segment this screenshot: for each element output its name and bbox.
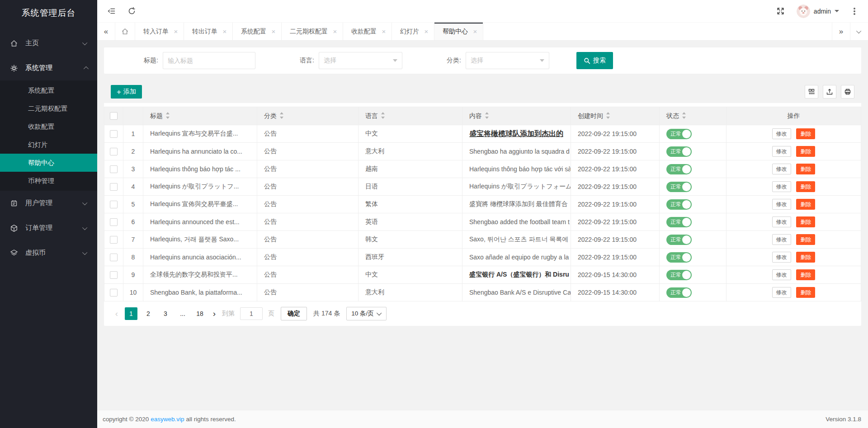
status-toggle[interactable]: 正常 xyxy=(666,252,692,263)
refresh-icon[interactable] xyxy=(127,7,136,15)
row-checkbox[interactable] xyxy=(110,183,118,191)
edit-button[interactable]: 修改 xyxy=(772,181,791,192)
close-icon[interactable] xyxy=(381,28,387,35)
delete-button[interactable]: 删除 xyxy=(796,164,815,174)
delete-button[interactable]: 删除 xyxy=(796,234,815,245)
page-number[interactable]: 2 xyxy=(142,307,155,320)
sidebar-item-crypto[interactable]: 虚拟币 xyxy=(0,240,97,265)
search-button[interactable]: 搜索 xyxy=(576,52,613,69)
export-button[interactable] xyxy=(823,85,836,99)
sidebar-item-orders[interactable]: 订单管理 xyxy=(0,216,97,240)
page-number[interactable]: 3 xyxy=(159,307,172,320)
sort-icon[interactable] xyxy=(682,112,686,119)
page-jump-input[interactable] xyxy=(240,307,263,320)
tab-home[interactable] xyxy=(115,23,135,40)
tabs-scroll-right[interactable] xyxy=(832,23,850,40)
delete-button[interactable]: 删除 xyxy=(796,269,815,280)
add-button[interactable]: 添加 xyxy=(111,85,142,99)
edit-button[interactable]: 修改 xyxy=(772,287,791,298)
select-all-checkbox[interactable] xyxy=(110,112,118,120)
menu-collapse-icon[interactable] xyxy=(107,7,116,15)
delete-button[interactable]: 删除 xyxy=(796,287,815,298)
title-filter-input[interactable] xyxy=(163,52,255,69)
status-toggle[interactable]: 正常 xyxy=(666,146,692,157)
jump-confirm-button[interactable]: 确定 xyxy=(281,307,307,320)
status-toggle[interactable]: 正常 xyxy=(666,235,692,245)
language-filter-select[interactable]: 选择 xyxy=(319,52,402,69)
tab[interactable]: 幻灯片 xyxy=(392,23,434,40)
status-toggle[interactable]: 正常 xyxy=(666,164,692,174)
sidebar-subitem[interactable]: 收款配置 xyxy=(0,118,97,136)
user-menu[interactable]: admin xyxy=(797,5,839,18)
sidebar-subitem[interactable]: 幻灯片 xyxy=(0,136,97,154)
delete-button[interactable]: 删除 xyxy=(796,146,815,157)
row-checkbox[interactable] xyxy=(110,218,118,226)
tab[interactable]: 帮助中心 xyxy=(434,23,483,40)
delete-button[interactable]: 删除 xyxy=(796,181,815,192)
row-checkbox[interactable] xyxy=(110,289,118,296)
columns-toggle-button[interactable] xyxy=(805,85,818,99)
status-toggle[interactable]: 正常 xyxy=(666,287,692,298)
tab[interactable]: 转出订单 xyxy=(184,23,233,40)
edit-button[interactable]: 修改 xyxy=(772,128,791,139)
sort-icon[interactable] xyxy=(485,112,489,119)
sidebar-subitem[interactable]: 币种管理 xyxy=(0,172,97,190)
edit-button[interactable]: 修改 xyxy=(772,234,791,245)
delete-button[interactable]: 删除 xyxy=(796,252,815,263)
kebab-menu-icon[interactable] xyxy=(854,10,855,12)
next-page-button[interactable] xyxy=(208,307,220,320)
row-checkbox[interactable] xyxy=(110,130,118,138)
print-button[interactable] xyxy=(841,85,854,99)
delete-button[interactable]: 删除 xyxy=(796,128,815,139)
close-icon[interactable] xyxy=(222,28,228,35)
edit-button[interactable]: 修改 xyxy=(772,269,791,280)
sort-icon[interactable] xyxy=(606,112,610,119)
status-toggle[interactable]: 正常 xyxy=(666,217,692,227)
row-checkbox[interactable] xyxy=(110,254,118,261)
status-toggle[interactable]: 正常 xyxy=(666,182,692,192)
sidebar-item-users[interactable]: 用户管理 xyxy=(0,191,97,216)
edit-button[interactable]: 修改 xyxy=(772,146,791,157)
edit-button[interactable]: 修改 xyxy=(772,199,791,210)
edit-button[interactable]: 修改 xyxy=(772,252,791,263)
sort-icon[interactable] xyxy=(280,112,284,119)
row-checkbox[interactable] xyxy=(110,201,118,208)
close-icon[interactable] xyxy=(423,28,429,35)
sort-icon[interactable] xyxy=(381,112,385,119)
delete-button[interactable]: 删除 xyxy=(796,216,815,227)
sidebar-subitem[interactable]: 帮助中心 xyxy=(0,154,97,172)
status-toggle[interactable]: 正常 xyxy=(666,270,692,280)
row-checkbox[interactable] xyxy=(110,165,118,173)
row-checkbox[interactable] xyxy=(110,148,118,155)
page-number[interactable]: 1 xyxy=(125,307,137,320)
copyright-link[interactable]: easyweb.vip xyxy=(151,416,184,423)
close-icon[interactable] xyxy=(472,28,478,35)
page-number[interactable]: ... xyxy=(176,307,189,320)
status-toggle[interactable]: 正常 xyxy=(666,199,692,210)
edit-button[interactable]: 修改 xyxy=(772,164,791,174)
tab[interactable]: 系统配置 xyxy=(233,23,282,40)
status-toggle[interactable]: 正常 xyxy=(666,129,692,139)
tabs-dropdown[interactable] xyxy=(850,23,868,40)
tab[interactable]: 收款配置 xyxy=(343,23,392,40)
sidebar-subitem[interactable]: 二元期权配置 xyxy=(0,99,97,118)
category-filter-select[interactable]: 选择 xyxy=(466,52,549,69)
close-icon[interactable] xyxy=(270,28,277,35)
page-size-select[interactable]: 10 条/页 xyxy=(346,307,387,320)
sidebar-item-home[interactable]: 主页 xyxy=(0,31,97,56)
edit-button[interactable]: 修改 xyxy=(772,216,791,227)
close-icon[interactable] xyxy=(173,28,179,35)
prev-page-button[interactable] xyxy=(111,307,123,320)
delete-button[interactable]: 删除 xyxy=(796,199,815,210)
fullscreen-icon[interactable] xyxy=(776,7,785,15)
sidebar-subitem[interactable]: 系统配置 xyxy=(0,81,97,99)
row-checkbox[interactable] xyxy=(110,271,118,279)
sort-icon[interactable] xyxy=(166,112,170,119)
tab[interactable]: 二元期权配置 xyxy=(282,23,343,40)
row-checkbox[interactable] xyxy=(110,236,118,244)
page-number[interactable]: 18 xyxy=(193,307,206,320)
sidebar-item-system[interactable]: 系统管理 xyxy=(0,56,97,80)
tabs-scroll-left[interactable] xyxy=(97,23,115,40)
tab[interactable]: 转入订单 xyxy=(135,23,184,40)
close-icon[interactable] xyxy=(332,28,338,35)
